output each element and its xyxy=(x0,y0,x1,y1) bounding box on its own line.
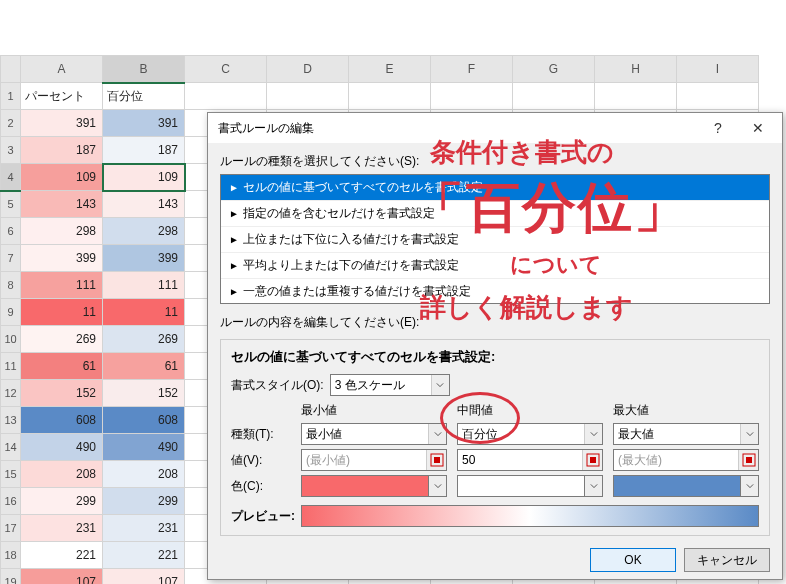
cell[interactable]: 109 xyxy=(21,164,103,191)
row-header[interactable]: 10 xyxy=(1,326,21,353)
row-header[interactable]: 9 xyxy=(1,299,21,326)
help-button[interactable]: ? xyxy=(698,114,738,142)
cell[interactable]: 490 xyxy=(103,434,185,461)
row-header[interactable]: 7 xyxy=(1,245,21,272)
cell[interactable]: 490 xyxy=(21,434,103,461)
cell[interactable]: 208 xyxy=(21,461,103,488)
row-header[interactable]: 6 xyxy=(1,218,21,245)
row-header[interactable]: 4 xyxy=(1,164,21,191)
cell[interactable]: 百分位 xyxy=(103,83,185,110)
row-header[interactable]: 16 xyxy=(1,488,21,515)
cell[interactable]: パーセント xyxy=(21,83,103,110)
cell[interactable]: 61 xyxy=(21,353,103,380)
cell[interactable]: 231 xyxy=(103,515,185,542)
cell[interactable]: 399 xyxy=(21,245,103,272)
cell[interactable]: 391 xyxy=(103,110,185,137)
cell[interactable]: 269 xyxy=(103,326,185,353)
cell[interactable]: 608 xyxy=(21,407,103,434)
range-picker-icon[interactable] xyxy=(582,450,602,470)
cell[interactable]: 269 xyxy=(21,326,103,353)
cancel-button[interactable]: キャンセル xyxy=(684,548,770,572)
cell[interactable] xyxy=(349,83,431,110)
col-header-c[interactable]: C xyxy=(185,56,267,83)
cell[interactable]: 298 xyxy=(103,218,185,245)
col-header-a[interactable]: A xyxy=(21,56,103,83)
row-header[interactable]: 13 xyxy=(1,407,21,434)
row-header[interactable]: 8 xyxy=(1,272,21,299)
cell[interactable]: 152 xyxy=(21,380,103,407)
corner-cell[interactable] xyxy=(1,56,21,83)
max-value-input[interactable]: (最大値) xyxy=(613,449,759,471)
rule-type-item[interactable]: ►上位または下位に入る値だけを書式設定 xyxy=(221,227,769,253)
mid-value-input[interactable]: 50 xyxy=(457,449,603,471)
rule-type-item[interactable]: ►セルの値に基づいてすべてのセルを書式設定 xyxy=(221,175,769,201)
preview-label: プレビュー: xyxy=(231,508,295,525)
min-color-select[interactable] xyxy=(301,475,447,497)
row-header[interactable]: 18 xyxy=(1,542,21,569)
ok-button[interactable]: OK xyxy=(590,548,676,572)
cell[interactable]: 109 xyxy=(103,164,185,191)
mid-color-select[interactable] xyxy=(457,475,603,497)
col-header-g[interactable]: G xyxy=(513,56,595,83)
row-header[interactable]: 12 xyxy=(1,380,21,407)
format-style-select[interactable]: 3 色スケール xyxy=(330,374,450,396)
cell[interactable]: 221 xyxy=(21,542,103,569)
cell[interactable]: 399 xyxy=(103,245,185,272)
row-header[interactable]: 11 xyxy=(1,353,21,380)
row-header[interactable]: 1 xyxy=(1,83,21,110)
cell[interactable]: 143 xyxy=(103,191,185,218)
col-header-f[interactable]: F xyxy=(431,56,513,83)
max-color-select[interactable] xyxy=(613,475,759,497)
cell[interactable]: 221 xyxy=(103,542,185,569)
cell[interactable] xyxy=(267,83,349,110)
col-header-h[interactable]: H xyxy=(595,56,677,83)
row-header[interactable]: 2 xyxy=(1,110,21,137)
col-header-e[interactable]: E xyxy=(349,56,431,83)
cell[interactable]: 231 xyxy=(21,515,103,542)
cell[interactable]: 11 xyxy=(103,299,185,326)
row-header[interactable]: 3 xyxy=(1,137,21,164)
row-header[interactable]: 5 xyxy=(1,191,21,218)
chevron-down-icon xyxy=(431,375,449,395)
cell[interactable]: 187 xyxy=(103,137,185,164)
col-header-b[interactable]: B xyxy=(103,56,185,83)
rule-type-item[interactable]: ►平均より上または下の値だけを書式設定 xyxy=(221,253,769,279)
close-button[interactable]: ✕ xyxy=(738,114,778,142)
rule-type-item[interactable]: ►指定の値を含むセルだけを書式設定 xyxy=(221,201,769,227)
cell[interactable] xyxy=(677,83,759,110)
rule-type-item[interactable]: ►一意の値または重複する値だけを書式設定 xyxy=(221,279,769,304)
row-header[interactable]: 19 xyxy=(1,569,21,585)
cell[interactable]: 187 xyxy=(21,137,103,164)
row-header[interactable]: 17 xyxy=(1,515,21,542)
row-header[interactable]: 15 xyxy=(1,461,21,488)
cell[interactable] xyxy=(431,83,513,110)
cell[interactable]: 61 xyxy=(103,353,185,380)
range-picker-icon[interactable] xyxy=(426,450,446,470)
cell[interactable]: 608 xyxy=(103,407,185,434)
cell[interactable] xyxy=(595,83,677,110)
min-value-input[interactable]: (最小値) xyxy=(301,449,447,471)
range-picker-icon[interactable] xyxy=(738,450,758,470)
cell[interactable] xyxy=(185,83,267,110)
row-header[interactable]: 14 xyxy=(1,434,21,461)
cell[interactable]: 107 xyxy=(103,569,185,585)
cell[interactable]: 299 xyxy=(103,488,185,515)
cell[interactable]: 11 xyxy=(21,299,103,326)
cell[interactable]: 111 xyxy=(21,272,103,299)
cell[interactable]: 298 xyxy=(21,218,103,245)
cell[interactable]: 391 xyxy=(21,110,103,137)
col-header-d[interactable]: D xyxy=(267,56,349,83)
rule-type-list[interactable]: ►セルの値に基づいてすべてのセルを書式設定 ►指定の値を含むセルだけを書式設定 … xyxy=(220,174,770,304)
min-type-select[interactable]: 最小値 xyxy=(301,423,447,445)
cell[interactable]: 111 xyxy=(103,272,185,299)
col-header-i[interactable]: I xyxy=(677,56,759,83)
cell[interactable]: 299 xyxy=(21,488,103,515)
cell[interactable]: 143 xyxy=(21,191,103,218)
max-type-select[interactable]: 最大値 xyxy=(613,423,759,445)
mid-type-select[interactable]: 百分位 xyxy=(457,423,603,445)
cell[interactable]: 208 xyxy=(103,461,185,488)
cell[interactable]: 152 xyxy=(103,380,185,407)
dialog-titlebar[interactable]: 書式ルールの編集 ? ✕ xyxy=(208,113,782,143)
cell[interactable] xyxy=(513,83,595,110)
cell[interactable]: 107 xyxy=(21,569,103,585)
